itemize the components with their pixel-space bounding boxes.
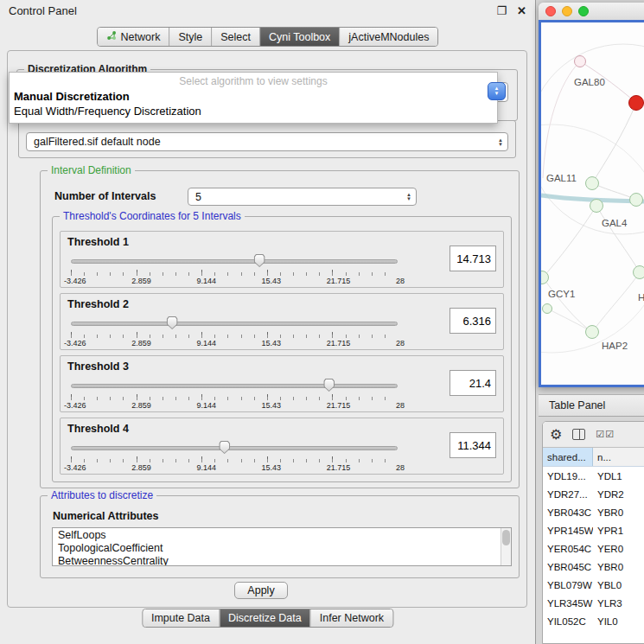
combobox-stepper-icon[interactable]: ▲▼ (402, 193, 416, 201)
table-row[interactable]: YIL052C YIL0 (543, 612, 644, 630)
slider-scale: -3.426 2.859 9.144 15.43 21.715 28 (64, 339, 405, 348)
table-cell[interactable]: YDL19... (543, 471, 593, 481)
table-cell[interactable]: YLR345W (543, 598, 593, 609)
table-cell[interactable]: YER054C (543, 544, 593, 554)
table-cell[interactable]: YBR0 (593, 507, 644, 518)
table-cell[interactable]: YER0 (593, 544, 644, 554)
table-cell[interactable]: YIL052C (543, 616, 593, 627)
table-cell[interactable]: YPR145W (543, 526, 593, 536)
table-row[interactable]: YBR045C YBR0 (543, 558, 644, 576)
list-scrollbar[interactable] (501, 528, 511, 565)
table-row[interactable]: YER054C YER0 (543, 539, 644, 558)
threshold-slider[interactable] (71, 316, 398, 330)
tab-discretize-data[interactable]: Discretize Data (219, 609, 310, 627)
table-cell[interactable]: YDR2 (593, 489, 644, 500)
network-node[interactable] (574, 55, 586, 67)
table-data-combobox[interactable]: galFiltered.sif default node ▲▼ (26, 132, 508, 151)
list-item[interactable]: BetweennessCentrality (53, 555, 511, 566)
tab-style[interactable]: Style (169, 28, 211, 46)
threshold-slider-thumb[interactable] (167, 316, 178, 329)
table-panel-header[interactable]: Table Panel (539, 394, 644, 417)
combobox-stepper-icon[interactable]: ▲▼ (488, 82, 506, 100)
network-node[interactable] (629, 193, 643, 207)
table-row[interactable]: YBR043C YBR0 (543, 503, 644, 521)
screen: Control Panel ❐ ✕ Network Style Select C… (0, 0, 644, 644)
tab-jactivemnodules[interactable]: jActiveMNodules (339, 28, 437, 46)
slider-track[interactable] (71, 259, 398, 264)
scale-tick-label: 2.859 (131, 401, 151, 410)
threshold-slider[interactable] (71, 379, 398, 392)
tab-cyni-toolbox[interactable]: Cyni Toolbox (259, 28, 339, 46)
table-row[interactable]: YDR27... YDR2 (543, 485, 644, 503)
network-node[interactable] (542, 303, 552, 314)
select-columns-icon[interactable]: ☑☑ (596, 429, 615, 440)
tab-network[interactable]: Network (98, 28, 169, 46)
threshold-value-field[interactable]: 21.4 (450, 370, 496, 396)
close-window-icon[interactable]: ✕ (517, 4, 526, 17)
tab-impute-data[interactable]: Impute Data (143, 609, 219, 627)
table-cell[interactable]: YLR3 (593, 598, 644, 609)
table-cell[interactable]: YBR0 (593, 562, 644, 572)
dropdown-option-manual[interactable]: Manual Discretization (10, 89, 497, 104)
number-of-intervals-combobox[interactable]: 5 ▲▼ (188, 188, 417, 206)
numerical-attributes-list[interactable]: SelfLoopsTopologicalCoefficientBetweenne… (52, 527, 512, 566)
gear-icon[interactable]: ⚙ (550, 426, 562, 443)
table-row[interactable]: YDL19... YDL1 (543, 467, 644, 485)
combobox-stepper-icon[interactable]: ▲▼ (494, 138, 507, 146)
interval-definition-group-label: Interval Definition (48, 164, 135, 176)
table-cell[interactable]: YIL0 (593, 616, 644, 627)
scale-tick-label: 15.43 (262, 463, 282, 472)
zoom-traffic-light-icon[interactable] (578, 6, 589, 16)
slider-track[interactable] (71, 384, 398, 388)
network-node[interactable] (633, 265, 644, 279)
table-cell[interactable]: YDL1 (593, 471, 644, 481)
table-cell[interactable]: YBR043C (543, 507, 593, 518)
table-toolbar: ⚙ ☑☑ (543, 422, 644, 448)
threshold-value-field[interactable]: 6.316 (450, 308, 496, 334)
tab-infer-network[interactable]: Infer Network (310, 609, 392, 627)
threshold-row: Threshold 1 -3.426 2.859 9.144 15.43 (60, 231, 504, 288)
list-item[interactable]: SelfLoops (53, 529, 511, 542)
table-row[interactable]: YLR345W YLR3 (543, 594, 644, 612)
slider-track[interactable] (71, 322, 398, 326)
network-node[interactable] (585, 176, 599, 190)
threshold-slider-thumb[interactable] (254, 254, 265, 267)
minimize-traffic-light-icon[interactable] (562, 6, 572, 16)
table-cell[interactable]: YBR045C (543, 562, 593, 572)
slider-ticks (71, 270, 398, 276)
list-item[interactable]: TopologicalCoefficient (53, 542, 511, 555)
close-traffic-light-icon[interactable] (545, 6, 556, 16)
threshold-slider[interactable] (71, 254, 398, 268)
scale-tick-label: -3.426 (64, 401, 86, 410)
scale-tick-label: -3.426 (64, 339, 86, 348)
table-cell[interactable]: YDR27... (543, 489, 593, 500)
network-node[interactable] (628, 95, 644, 111)
number-of-intervals-value: 5 (188, 191, 402, 203)
scale-tick-label: 2.859 (131, 463, 151, 472)
threshold-slider-thumb[interactable] (323, 379, 335, 392)
network-canvas[interactable]: GAL80GAL11GAL4GCY1HAP2H (541, 22, 644, 385)
threshold-slider[interactable] (71, 441, 398, 455)
table-cell[interactable]: YBL0 (593, 580, 644, 590)
column-header-shared-name[interactable]: shared... (543, 448, 593, 466)
threshold-value-field[interactable]: 14.713 (450, 245, 496, 271)
columns-icon[interactable] (572, 429, 585, 440)
network-node[interactable] (590, 199, 603, 213)
scale-tick-label: 21.715 (327, 339, 351, 348)
column-header-name[interactable]: n... (593, 448, 644, 466)
table-row[interactable]: YPR145W YPR1 (543, 521, 644, 539)
table-cell[interactable]: YBL079W (543, 580, 593, 590)
network-window-titlebar[interactable] (539, 3, 644, 20)
threshold-slider-thumb[interactable] (219, 441, 230, 454)
table-cell[interactable]: YPR1 (593, 526, 644, 536)
table-row[interactable]: YBL079W YBL0 (543, 576, 644, 594)
network-node[interactable] (585, 325, 599, 339)
slider-track[interactable] (71, 446, 398, 450)
threshold-value-field[interactable]: 11.344 (450, 432, 496, 458)
tab-select[interactable]: Select (211, 28, 259, 46)
control-panel-titlebar[interactable]: Control Panel ❐ ✕ (0, 0, 535, 21)
float-window-icon[interactable]: ❐ (496, 4, 507, 17)
scrollbar-thumb[interactable] (502, 530, 510, 545)
apply-button[interactable]: Apply (234, 582, 288, 599)
dropdown-option-equal-width[interactable]: Equal Width/Frequency Discretization (10, 104, 497, 118)
